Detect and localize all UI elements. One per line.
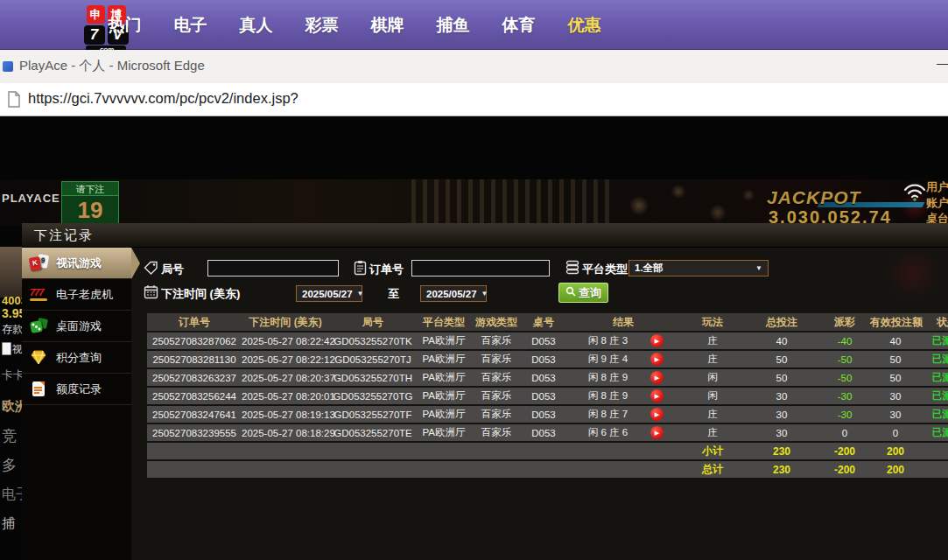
order-no: 250527083247641 — [147, 410, 242, 420]
platform-type-select[interactable]: 1.全部 ▼ — [628, 260, 769, 276]
play-type: 庄 — [681, 353, 744, 366]
platform-type-value: 1.全部 — [635, 262, 664, 275]
date-to-select[interactable]: 2025/05/27 ▼ — [420, 285, 487, 302]
play-icon[interactable]: ▶ — [650, 371, 664, 384]
window-title: PlayAce - 个人 - Microsoft Edge — [19, 58, 205, 74]
date-to-value: 2025/05/27 — [426, 289, 477, 299]
countdown-value: 19 — [62, 196, 118, 224]
valid-bet: 30 — [870, 410, 921, 420]
grand-total-label: 总计 — [681, 462, 744, 477]
total-bet: 30 — [744, 428, 819, 438]
play-icon[interactable]: ▶ — [650, 389, 664, 402]
balance-fragment: 3.95 — [2, 306, 22, 320]
chevron-down-icon: ▼ — [357, 290, 364, 298]
game-type: 百家乐 — [471, 389, 522, 402]
subtotal-label: 小计 — [681, 444, 744, 458]
payout: 0 — [819, 428, 870, 438]
round-number-input[interactable] — [207, 260, 339, 276]
play-icon[interactable]: ▶ — [650, 408, 664, 421]
table-no: D053 — [522, 354, 565, 365]
round-number-label: 局号 — [161, 262, 184, 277]
sidebar-item-live-games[interactable]: 9K 视讯游戏 — [22, 248, 131, 279]
valid-bet: 0 — [870, 428, 921, 438]
status-badge: 已派彩 — [921, 353, 948, 366]
order-no: 250527083239555 — [147, 428, 242, 438]
info-username: 用户名 — [926, 179, 948, 195]
minimize-button[interactable]: — — [937, 55, 948, 78]
subtotal-valid-bet: 200 — [870, 445, 921, 458]
round-no: GD053255270TJ — [329, 354, 417, 365]
nav-item-electronic[interactable]: 电子 — [158, 14, 223, 37]
result-text: 闲 8 庄 9 — [584, 389, 633, 402]
col-status: 状态 — [921, 315, 948, 330]
nav-item-hot[interactable]: 热门 — [92, 14, 158, 37]
bet-time: 2025-05-27 08:22:42 — [242, 336, 329, 346]
result-text: 闲 8 庄 9 — [584, 371, 633, 384]
url-input[interactable]: https://gci.7vvvvvv.com/pc/pcv2/index.js… — [28, 90, 298, 107]
grand-total-total-bet: 230 — [744, 464, 819, 476]
order-no: 250527083287062 — [147, 336, 242, 346]
bet-time-label: 下注时间 (美东) — [161, 286, 240, 302]
date-from-select[interactable]: 2025/05/27 ▼ — [296, 285, 362, 302]
nav-item-fishing[interactable]: 捕鱼 — [420, 14, 486, 37]
table-no: D053 — [522, 410, 565, 420]
sidebar-item-table-games[interactable]: 桌面游戏 — [22, 311, 131, 342]
status-badge: 已派彩 — [921, 371, 948, 384]
playace-brand: PLAYACE — [2, 192, 60, 205]
sidebar-item-label: 电子老虎机 — [56, 287, 113, 303]
table-row: 250527083287062 2025-05-27 08:22:42 GD05… — [147, 332, 948, 349]
subtotal-total-bet: 230 — [744, 445, 819, 458]
play-icon[interactable]: ▶ — [650, 353, 664, 366]
round-no: GD053255270TH — [329, 373, 417, 383]
info-balance: 账户余 — [926, 195, 948, 211]
nav-item-live[interactable]: 真人 — [223, 14, 289, 37]
nav-item-sports[interactable]: 体育 — [486, 14, 551, 37]
col-result: 结果 — [565, 315, 681, 330]
result-text: 闲 8 庄 3 — [584, 334, 633, 347]
platform: PA欧洲厅 — [417, 371, 471, 384]
tag-icon — [144, 261, 158, 279]
platform: PA欧洲厅 — [417, 408, 471, 421]
sidebar-item-points-query[interactable]: 积分查询 — [22, 342, 131, 374]
table-row: 250527083239555 2025-05-27 08:18:29 GD05… — [147, 424, 948, 441]
sidebar-item-credit-records[interactable]: 额度记录 — [22, 374, 131, 405]
table-row: 250527083263237 2025-05-27 08:20:37 GD05… — [147, 369, 948, 386]
diamond-icon — [30, 349, 49, 367]
order-number-input[interactable] — [411, 260, 550, 276]
table-header-row: 订单号 下注时间 (美东) 局号 平台类型 游戏类型 桌号 结果 玩法 总投注 … — [147, 313, 948, 331]
sidebar-item-label: 桌面游戏 — [56, 318, 102, 334]
result-text: 闲 6 庄 6 — [584, 426, 633, 439]
browser-url-bar: https://gci.7vvvvvv.com/pc/pcv2/index.js… — [0, 83, 948, 116]
nav-item-chess[interactable]: 棋牌 — [355, 14, 420, 37]
valid-bet: 50 — [870, 354, 921, 365]
menu-fragment: 电子 — [2, 486, 22, 504]
nav-item-promotions[interactable]: 优惠 — [551, 14, 617, 37]
table-no: D053 — [522, 428, 565, 438]
platform-type-label: 平台类型 — [582, 262, 628, 277]
favicon-icon — [3, 61, 13, 72]
search-button[interactable]: 查询 — [558, 283, 608, 303]
subtotal-payout: -200 — [819, 445, 870, 458]
status-badge: 已派彩 — [921, 426, 948, 439]
sidebar-item-slots[interactable]: 777 电子老虎机 — [22, 279, 131, 311]
col-time: 下注时间 (美东) — [242, 315, 329, 330]
col-payout: 派彩 — [819, 315, 870, 330]
clipboard-icon — [354, 260, 367, 279]
cards-icon: 9K — [30, 255, 49, 272]
order-number-label: 订单号 — [369, 262, 404, 277]
platform-icon — [565, 260, 579, 278]
background-left-strip: 4003 3.95 存款 视 卡卡 欧洲 竞 多 电子 捕 — [0, 226, 22, 560]
valid-bet: 30 — [870, 391, 921, 402]
grand-total-valid-bet: 200 — [870, 464, 921, 476]
play-icon[interactable]: ▶ — [650, 334, 664, 347]
menu-fragment: 卡卡 — [2, 368, 22, 383]
bet-time: 2025-05-27 08:18:29 — [242, 428, 329, 438]
dice-icon — [30, 318, 49, 335]
nav-item-lottery[interactable]: 彩票 — [289, 14, 355, 37]
round-no: GD053255270TF — [329, 410, 417, 420]
col-game: 游戏类型 — [471, 315, 522, 330]
play-icon[interactable]: ▶ — [650, 426, 664, 439]
ledger-icon — [30, 381, 49, 398]
slot-machine-icon: 777 — [30, 286, 49, 304]
col-platform: 平台类型 — [417, 315, 471, 330]
